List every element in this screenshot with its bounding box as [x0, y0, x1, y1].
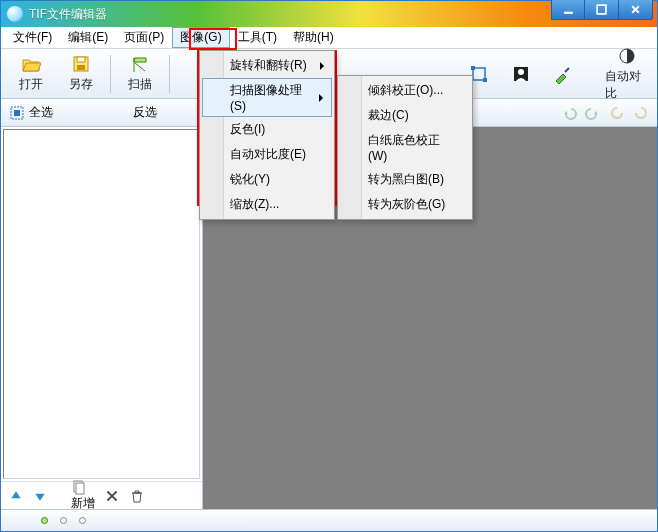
save-disk-icon [71, 54, 91, 74]
menu-auto-contrast[interactable]: 自动对比度(E) [202, 142, 332, 167]
svg-rect-14 [76, 483, 84, 494]
svg-rect-3 [77, 57, 85, 62]
svg-rect-4 [77, 65, 85, 70]
save-button[interactable]: 另存 [57, 52, 105, 95]
app-icon [7, 6, 23, 22]
person-icon [511, 64, 531, 84]
menu-sharpen[interactable]: 锐化(Y) [202, 167, 332, 192]
menu-scan-processing[interactable]: 扫描图像处理(S) [202, 78, 332, 117]
rotate-left-icon[interactable] [609, 105, 625, 121]
toolbar-separator [110, 55, 111, 93]
tool-person-button[interactable] [501, 62, 541, 86]
open-folder-icon [21, 54, 41, 74]
submenu-arrow-icon [320, 62, 324, 70]
scan-button[interactable]: 扫描 [116, 52, 164, 95]
submenu-to-grayscale[interactable]: 转为灰阶色(G) [340, 192, 470, 217]
move-down-button[interactable] [33, 489, 47, 503]
tool-brush-button[interactable] [543, 62, 583, 86]
brush-icon [553, 64, 573, 84]
menu-help[interactable]: 帮助(H) [285, 27, 342, 48]
title-bar: TIF文件编辑器 [1, 1, 657, 27]
scan-icon [130, 54, 150, 74]
menu-rotate-flip[interactable]: 旋转和翻转(R) [202, 53, 332, 78]
image-menu-dropdown: 旋转和翻转(R) 扫描图像处理(S) 反色(I) 自动对比度(E) 锐化(Y) … [199, 50, 335, 220]
autocontrast-label: 自动对比 [605, 68, 649, 102]
svg-rect-0 [564, 12, 573, 14]
svg-rect-1 [597, 5, 606, 14]
menu-edit[interactable]: 编辑(E) [60, 27, 116, 48]
rotate-right-icon[interactable] [633, 105, 649, 121]
submenu-crop[interactable]: 裁边(C) [340, 103, 470, 128]
maximize-button[interactable] [585, 0, 619, 20]
menu-bar: 文件(F) 编辑(E) 页面(P) 图像(G) 工具(T) 帮助(H) [1, 27, 657, 49]
autocontrast-button[interactable]: 自动对比 [603, 44, 651, 104]
status-dot-green [41, 517, 48, 524]
thumbnail-list[interactable] [3, 129, 200, 479]
menu-page[interactable]: 页面(P) [116, 27, 172, 48]
scan-label: 扫描 [128, 76, 152, 93]
status-bar [1, 509, 657, 531]
select-all-icon [9, 105, 25, 121]
open-button[interactable]: 打开 [7, 52, 55, 95]
submenu-deskew[interactable]: 倾斜校正(O)... [340, 78, 470, 103]
svg-rect-6 [471, 66, 475, 70]
new-page-label: 新增 [71, 496, 95, 510]
status-dot [60, 517, 67, 524]
new-page-icon [71, 479, 87, 495]
move-up-button[interactable] [9, 489, 23, 503]
toolbar-separator [169, 55, 170, 93]
svg-point-9 [518, 69, 524, 75]
menu-zoom[interactable]: 缩放(Z)... [202, 192, 332, 217]
minimize-button[interactable] [551, 0, 585, 20]
menu-invert-color[interactable]: 反色(I) [202, 117, 332, 142]
open-label: 打开 [19, 76, 43, 93]
menu-image[interactable]: 图像(G) [172, 27, 229, 48]
redo-icon[interactable] [585, 105, 601, 121]
submenu-white-bg-correct[interactable]: 白纸底色校正(W) [340, 128, 470, 167]
new-page-button[interactable]: 新增 [71, 479, 95, 512]
select-all-label: 全选 [29, 104, 53, 121]
thumbnail-panel: 新增 [1, 127, 203, 509]
invert-select-label: 反选 [133, 104, 157, 121]
save-label: 另存 [69, 76, 93, 93]
menu-tool[interactable]: 工具(T) [230, 27, 285, 48]
select-all-button[interactable]: 全选 [9, 104, 53, 121]
delete-button[interactable] [105, 489, 119, 503]
scan-processing-submenu: 倾斜校正(O)... 裁边(C) 白纸底色校正(W) 转为黑白图(B) 转为灰阶… [337, 75, 473, 220]
trash-button[interactable] [129, 488, 145, 504]
close-button[interactable] [619, 0, 653, 20]
svg-rect-12 [14, 110, 20, 116]
submenu-arrow-icon [319, 94, 323, 102]
svg-rect-7 [483, 78, 487, 82]
thumbnail-toolbar: 新增 [1, 481, 202, 509]
status-dot [79, 517, 86, 524]
submenu-to-blackwhite[interactable]: 转为黑白图(B) [340, 167, 470, 192]
undo-icon[interactable] [561, 105, 577, 121]
invert-select-button[interactable]: 反选 [133, 104, 157, 121]
menu-file[interactable]: 文件(F) [5, 27, 60, 48]
autocontrast-icon [617, 46, 637, 66]
